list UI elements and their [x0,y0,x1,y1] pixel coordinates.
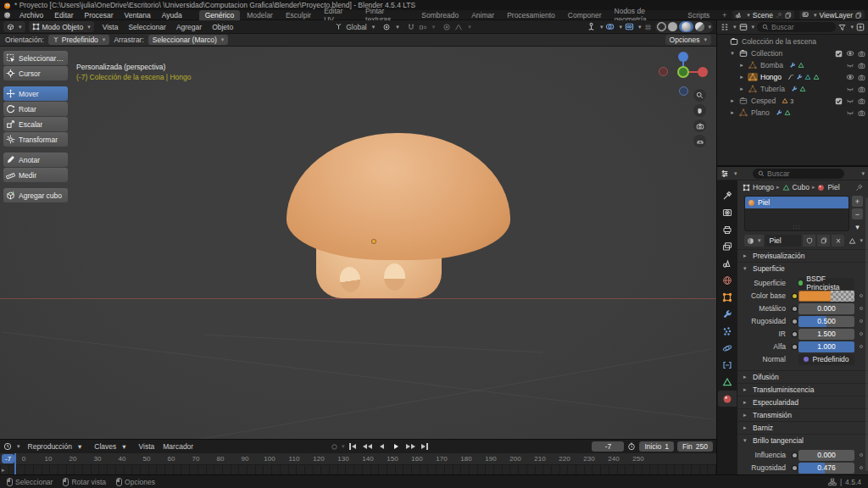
panel-header[interactable]: ▸Difusión [737,370,868,383]
workspace-tab-componer[interactable]: Componer [562,10,608,20]
check-icon[interactable] [835,97,843,105]
outliner-row-cesped[interactable]: ▸Cesped3 [717,95,868,107]
camera-view-button[interactable] [693,119,706,132]
browse-material-button[interactable]: ▾ [744,235,764,247]
panel-header[interactable]: ▾Brillo tangencial [737,434,868,446]
decorator-dot[interactable] [860,319,863,323]
shading-rendered-button[interactable] [695,22,704,31]
show-overlays-icon[interactable] [605,22,615,31]
workspace-tab-procesamiento[interactable]: Procesamiento [501,10,561,20]
snap-magnet-icon[interactable] [407,23,415,31]
camera-icon[interactable] [858,97,865,105]
outliner-mode-caret[interactable]: ▾ [733,24,737,30]
timeline-track[interactable]: 0102030405060708090100110120130140150160… [0,453,716,474]
outliner-row-coleccion-de-la-escena[interactable]: Colección de la escena [717,36,868,47]
value-slider[interactable]: 0.000 [798,450,854,461]
camera-icon[interactable] [858,74,865,81]
properties-search-input[interactable]: Buscar [753,169,844,179]
camera-icon[interactable] [858,62,865,69]
workspace-tab-animar[interactable]: Animar [465,10,500,20]
tool-transform[interactable]: Transformar [3,132,68,147]
properties-options-caret[interactable]: ▾ [861,170,865,177]
scene-selector[interactable]: ▾ Scene [732,10,794,19]
keying-set-icon[interactable] [331,443,338,451]
outliner-editor-icon[interactable] [721,23,729,31]
decorator-dot[interactable] [860,307,863,310]
list-resize-grip[interactable]: ::: [793,224,801,230]
timeline-channels[interactable] [0,465,716,474]
camera-icon[interactable] [858,50,865,58]
new-viewlayer-icon[interactable] [855,12,862,19]
properties-tab-particles[interactable] [718,323,737,339]
auto-keying-icon[interactable] [627,442,636,451]
transform-orientation-dropdown[interactable]: Predefinido ▾ [48,35,110,45]
workspace-tab-generico[interactable]: Genérico [199,10,241,20]
workspace-tab-esculpir[interactable]: Esculpir [280,10,317,20]
panel-header[interactable]: ▸Barniz [737,421,868,434]
drag-action-dropdown[interactable]: Seleccionar (Marco) ▾ [148,35,229,45]
value-chip[interactable]: BSDF Principista [798,278,854,289]
value-slider[interactable]: 0.476 [798,463,854,474]
timeline-editor-icon[interactable] [3,442,12,451]
tool-move[interactable]: Mover [3,86,68,101]
pivot-point-icon[interactable] [382,23,391,31]
proportional-editing-icon[interactable] [442,23,451,31]
value-slider[interactable]: 1.000 [798,341,854,352]
current-frame-field[interactable]: -7 [592,441,624,452]
properties-editor-icon[interactable] [721,169,729,178]
material-name-field[interactable]: Piel [765,235,802,247]
channels-expand-arrow[interactable]: ▸ [2,467,5,474]
expand-caret[interactable]: ▸ [738,62,745,69]
shading-options-caret[interactable]: ▾ [708,24,711,30]
prev-keyframe-button[interactable] [361,441,374,452]
playhead-line[interactable] [14,453,16,474]
tool-annotate[interactable]: Anotar [3,152,68,167]
properties-tab-world[interactable] [718,272,737,288]
gizmo-grid-icon[interactable] [643,22,653,31]
duplicate-material-icon[interactable] [817,235,830,247]
tool-rotate[interactable]: Rotar [3,102,68,116]
viewlayer-selector[interactable]: ▾ ViewLayer [799,10,865,19]
breadcrumb-item-cubo[interactable]: Cubo [793,183,810,191]
pin-icon[interactable] [776,12,782,19]
properties-tab-output[interactable] [718,221,737,237]
breadcrumb-item-hongo[interactable]: Hongo [753,183,774,191]
eye-closed-icon[interactable] [846,86,854,92]
value-slider[interactable]: 0.500 [798,316,854,327]
panel-header[interactable]: ▸Transmisión [737,408,868,421]
falloff-icon[interactable] [454,23,463,31]
orientation-caret[interactable]: ▾ [372,24,376,30]
filter-caret[interactable]: ▾ [850,24,854,30]
tool-scale[interactable]: Escalar [3,117,68,131]
editor-type-button[interactable]: ▾ [3,21,25,32]
options-dropdown[interactable]: Opciones ▾ [665,35,711,45]
outliner-filter-mode-icon[interactable] [739,23,748,31]
outliner-row-plano[interactable]: ▸Plano [717,107,868,119]
viewport-canvas[interactable]: Personalizada (perspectiva) (-7) Colecci… [0,47,716,439]
viewport-menu-seleccionar[interactable]: Seleccionar [123,23,170,31]
check-icon[interactable] [835,50,843,58]
properties-tab-physics[interactable] [718,340,737,356]
pin-icon[interactable] [855,184,863,191]
panel-header[interactable]: ▾Superficie [737,262,868,274]
camera-icon[interactable] [858,86,865,93]
timeline-menu-vista[interactable]: Vista [135,442,159,451]
decorator-dot[interactable] [860,345,863,348]
gizmo-z-axis[interactable] [678,52,688,62]
value-chip[interactable]: Predefinido [798,354,854,365]
material-slot-list[interactable]: Piel ::: [744,196,849,231]
decorator-dot[interactable] [860,453,863,457]
decorator-dot[interactable] [860,294,863,297]
timeline-menu-claves[interactable]: Claves▾ [90,442,134,451]
gizmo-y-axis[interactable] [677,66,689,78]
orientation-value[interactable]: Global [346,23,367,31]
properties-tab-view-layer[interactable] [718,238,737,254]
color-swatch[interactable] [798,291,854,302]
outliner-row-hongo[interactable]: ▸Hongo [717,71,868,83]
value-slider[interactable]: 1.500 [798,329,854,340]
outliner-display-caret[interactable]: ▾ [752,24,755,30]
outliner-search-input[interactable]: Buscar [757,22,836,32]
properties-tab-constraints[interactable] [718,357,737,373]
workspace-tab-scripts[interactable]: Scripts [682,10,715,20]
properties-tab-render[interactable] [718,204,737,220]
